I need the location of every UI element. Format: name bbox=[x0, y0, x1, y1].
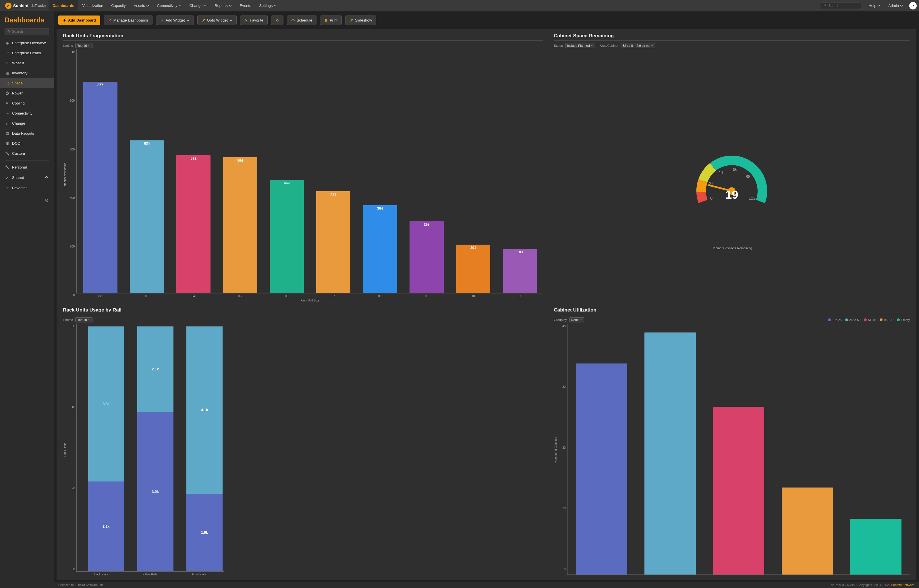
add-widget-button[interactable]: Add Widget bbox=[156, 16, 194, 25]
legend-swatch bbox=[864, 318, 867, 321]
sidebar-item-change[interactable]: ⇄Change bbox=[0, 118, 54, 128]
collapse-sidebar[interactable] bbox=[0, 197, 54, 204]
sidebar-item-enterprise-health[interactable]: ♡Enterprise Health bbox=[0, 48, 54, 58]
sidebar-item-cooling[interactable]: ❄Cooling bbox=[0, 98, 54, 108]
stacked-bar[interactable]: 2.2k3.8k bbox=[88, 326, 124, 572]
svg-point-6 bbox=[292, 20, 293, 20]
sidebar-icon: 🔧 bbox=[5, 152, 9, 156]
global-search-input[interactable] bbox=[828, 4, 858, 8]
topnav-item-change[interactable]: Change bbox=[186, 0, 211, 11]
sidebar-search[interactable] bbox=[5, 28, 49, 35]
topnav-item-events[interactable]: Events bbox=[236, 0, 255, 11]
bar[interactable]: 634 bbox=[130, 141, 164, 293]
legend-item[interactable]: 26 to 50 bbox=[845, 318, 861, 321]
sidebar-item-label: Inventory bbox=[12, 71, 27, 75]
x-axis: 02030405060708091011 bbox=[76, 293, 543, 298]
sidebar-icon: ⬚ bbox=[5, 81, 9, 85]
bar-value-label: 201 bbox=[470, 246, 476, 250]
limit-select[interactable]: Top 10 bbox=[75, 43, 92, 48]
goto-widget-button[interactable]: Goto Widget bbox=[197, 16, 237, 25]
global-search[interactable] bbox=[821, 3, 861, 9]
sidebar-item-custom[interactable]: 🔧Custom bbox=[0, 149, 54, 158]
bar[interactable] bbox=[713, 407, 764, 575]
slideshow-button[interactable]: Slideshow bbox=[345, 16, 376, 25]
add-dashboard-button[interactable]: Add Dashboard bbox=[58, 16, 100, 25]
sidebar-item-power[interactable]: ⏻Power bbox=[0, 88, 54, 98]
pin-icon bbox=[244, 18, 248, 22]
admin-menu[interactable]: Admin bbox=[884, 0, 907, 11]
sidebar-item-what-if[interactable]: ?What If bbox=[0, 58, 54, 68]
legend-item[interactable]: Empty bbox=[897, 318, 910, 321]
legend: 1 to 2526 to 5051-7576-100Empty bbox=[828, 318, 910, 321]
topnav-item-dashboards[interactable]: Dashboards bbox=[48, 0, 78, 11]
topnav-item-connectivity[interactable]: Connectivity bbox=[153, 0, 186, 11]
sidebar-item-connectivity[interactable]: ⇢Connectivity bbox=[0, 108, 54, 118]
bar[interactable] bbox=[576, 363, 627, 575]
sidebar-icon: ☆ bbox=[5, 186, 9, 190]
bar[interactable] bbox=[644, 333, 696, 575]
bar[interactable]: 572 bbox=[176, 155, 210, 293]
bar[interactable]: 423 bbox=[316, 191, 350, 293]
status-select[interactable]: Include Planned bbox=[565, 43, 595, 48]
area-select[interactable]: 32 sq ft = 2.9 sq mt bbox=[620, 43, 655, 48]
refresh-button[interactable] bbox=[271, 16, 283, 25]
bar-chart bbox=[567, 323, 910, 575]
group-label: Group by bbox=[554, 318, 567, 321]
stacked-bar[interactable]: 1.9k4.1k bbox=[186, 326, 223, 572]
chevron-down-icon bbox=[88, 319, 90, 321]
stacked-bar[interactable]: 3.9k2.1k bbox=[137, 326, 173, 572]
sidebar-item-enterprise-overview[interactable]: ◉Enterprise Overview bbox=[0, 38, 54, 48]
sidebar-icon: 🔧 bbox=[5, 165, 9, 170]
limit-select[interactable]: Top 10 bbox=[75, 317, 92, 322]
chevron-down-icon bbox=[591, 45, 593, 47]
search-icon bbox=[7, 30, 11, 33]
legend-item[interactable]: 1 to 25 bbox=[828, 318, 842, 321]
sidebar: Dashboards ◉Enterprise Overview♡Enterpri… bbox=[0, 11, 54, 588]
sidebar-search-input[interactable] bbox=[12, 29, 47, 34]
schedule-button[interactable]: Schedule bbox=[287, 16, 317, 25]
sidebar-item-personal[interactable]: 🔧Personal bbox=[0, 162, 54, 172]
bar[interactable]: 183 bbox=[503, 249, 537, 293]
sidebar-item-data-reports[interactable]: ▤Data Reports bbox=[0, 128, 54, 138]
stacked-bar-chart: 2.2k3.8k3.9k2.1k1.9k4.1k bbox=[76, 323, 224, 572]
topnav-item-reports[interactable]: Reports bbox=[210, 0, 236, 11]
topnav-item-capacity[interactable]: Capacity bbox=[107, 0, 130, 11]
bar[interactable]: 877 bbox=[83, 82, 118, 293]
sidebar-item-label: Enterprise Health bbox=[12, 51, 41, 55]
gauge-tick: 44 bbox=[719, 170, 723, 174]
group-select[interactable]: None bbox=[569, 317, 584, 322]
bar[interactable] bbox=[850, 519, 901, 575]
sidebar-item-label: Space bbox=[12, 81, 23, 85]
widget-title: Cabinet Space Remaining bbox=[554, 33, 910, 41]
bar[interactable]: 298 bbox=[410, 221, 444, 293]
y-tick: 200 bbox=[70, 245, 75, 248]
bar[interactable]: 201 bbox=[456, 245, 491, 293]
legend-item[interactable]: 51-75 bbox=[864, 318, 876, 321]
sidebar-item-shared[interactable]: ↗Shared bbox=[0, 172, 54, 183]
sidebar-item-inventory[interactable]: ▦Inventory bbox=[0, 68, 54, 78]
y-tick: 400 bbox=[70, 196, 75, 200]
sidebar-item-space[interactable]: ⬚Space bbox=[0, 78, 54, 88]
bar[interactable] bbox=[782, 488, 833, 575]
sidebar-icon: ⇄ bbox=[5, 121, 9, 126]
legend-item[interactable]: 76-100 bbox=[880, 318, 893, 321]
widget-rack-units-usage-by-rail: Rack Units Usage by Rail Limit to Top 10… bbox=[63, 307, 224, 576]
topnav-item-settings[interactable]: Settings bbox=[255, 0, 281, 11]
print-button[interactable]: Print bbox=[320, 16, 342, 25]
favorite-button[interactable]: Favorite bbox=[240, 16, 268, 25]
bar-value-label: 634 bbox=[144, 142, 150, 145]
sidebar-item-favorites[interactable]: ☆Favorites bbox=[0, 183, 54, 193]
footer-link[interactable]: Sunbird Software bbox=[891, 583, 914, 586]
limit-label: Limit to bbox=[63, 318, 73, 321]
bar[interactable]: 364 bbox=[363, 205, 397, 293]
widget-title: Rack Units Usage by Rail bbox=[63, 307, 224, 315]
manage-dashboards-button[interactable]: Manage Dashboards bbox=[104, 16, 152, 25]
topnav-item-visualization[interactable]: Visualization bbox=[78, 0, 107, 11]
sidebar-item-dcoi[interactable]: ▣DCOI bbox=[0, 138, 54, 149]
help-menu[interactable]: Help bbox=[864, 0, 884, 11]
bar[interactable]: 564 bbox=[223, 157, 257, 293]
topnav-item-assets[interactable]: Assets bbox=[130, 0, 153, 11]
gauge-segment bbox=[703, 167, 713, 181]
avatar[interactable] bbox=[909, 2, 917, 10]
bar[interactable]: 469 bbox=[270, 180, 304, 293]
